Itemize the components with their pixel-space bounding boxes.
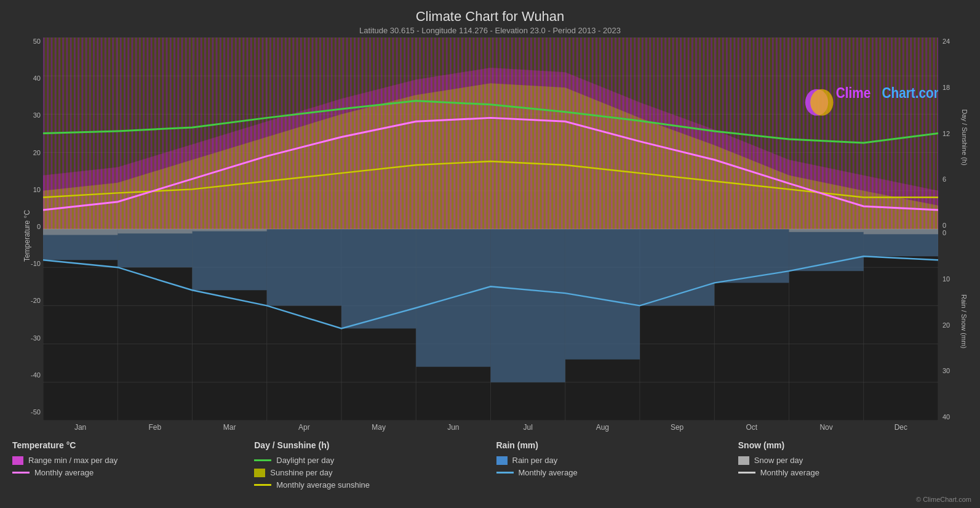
- svg-rect-32: [341, 229, 416, 328]
- month-dec: Dec: [864, 423, 938, 434]
- rain-swatch: [496, 456, 508, 465]
- sunshine-swatch: [254, 469, 265, 477]
- snow-avg-line: [738, 472, 755, 474]
- y-axis-left-label: Temperature °C: [23, 210, 31, 262]
- daylight-line: [254, 459, 271, 461]
- month-may: May: [341, 423, 416, 434]
- legend-rain-title: Rain (mm): [496, 440, 726, 450]
- month-apr: Apr: [267, 423, 341, 434]
- chart-subtitle: Latitude 30.615 - Longitude 114.276 - El…: [0, 26, 980, 35]
- svg-rect-40: [43, 229, 118, 235]
- temp-avg-line: [12, 472, 30, 474]
- month-aug: Aug: [565, 423, 640, 434]
- svg-text:Clime: Clime: [836, 85, 871, 102]
- legend-temp-title: Temperature °C: [12, 440, 242, 450]
- month-nov: Nov: [789, 423, 864, 434]
- legend-daylight: Daylight per day: [254, 456, 484, 465]
- month-jul: Jul: [491, 423, 565, 434]
- svg-rect-35: [565, 229, 640, 360]
- legend-sunshine-swatch: Sunshine per day: [254, 468, 484, 477]
- x-axis: Jan Feb Mar Apr May Jun Jul Aug Sep Oct …: [43, 421, 938, 434]
- legend-sunshine-title: Day / Sunshine (h): [254, 440, 484, 450]
- temp-range-swatch: [12, 456, 23, 465]
- legend-sunshine-avg: Monthly average sunshine: [254, 480, 484, 490]
- svg-rect-38: [789, 229, 864, 271]
- svg-rect-30: [192, 229, 266, 290]
- copyright: © ClimeChart.com: [916, 496, 971, 503]
- legend: Temperature °C Range min / max per day M…: [0, 434, 980, 508]
- legend-temp-avg: Monthly average: [12, 468, 242, 477]
- month-oct: Oct: [714, 423, 789, 434]
- legend-snow-avg: Monthly average: [738, 468, 968, 477]
- svg-rect-31: [267, 229, 341, 305]
- svg-rect-34: [491, 229, 565, 382]
- chart-header: Climate Chart for Wuhan Latitude 30.615 …: [0, 0, 980, 38]
- snow-swatch: [738, 456, 749, 465]
- legend-sunshine: Day / Sunshine (h) Daylight per day Suns…: [248, 440, 490, 508]
- legend-temperature: Temperature °C Range min / max per day M…: [6, 440, 248, 508]
- legend-rain-avg-label: Monthly average: [519, 468, 578, 477]
- legend-snow-per-day-label: Snow per day: [754, 456, 803, 465]
- month-jan: Jan: [43, 423, 118, 434]
- svg-point-50: [810, 89, 833, 116]
- svg-rect-37: [714, 229, 789, 283]
- chart-title: Climate Chart for Wuhan: [0, 9, 980, 25]
- svg-rect-41: [118, 229, 192, 233]
- svg-rect-48: [43, 38, 938, 229]
- month-feb: Feb: [118, 423, 192, 434]
- main-chart-svg: Clime Chart.com Clime Chart.com: [43, 38, 938, 421]
- legend-rain: Rain (mm) Rain per day Monthly average: [490, 440, 732, 508]
- legend-temp-avg-label: Monthly average: [34, 468, 94, 477]
- svg-rect-42: [192, 229, 266, 232]
- svg-text:Chart.com: Chart.com: [882, 85, 938, 102]
- legend-snow-title: Snow (mm): [738, 440, 968, 450]
- svg-rect-44: [864, 229, 938, 234]
- legend-rain-swatch: Rain per day: [496, 456, 726, 465]
- rain-avg-line: [496, 472, 514, 474]
- page-container: Climate Chart for Wuhan Latitude 30.615 …: [0, 0, 980, 508]
- month-sep: Sep: [640, 423, 714, 434]
- legend-snow-avg-label: Monthly average: [760, 468, 819, 477]
- legend-rain-avg: Monthly average: [496, 468, 726, 477]
- legend-temp-range: Range min / max per day: [12, 456, 242, 465]
- month-mar: Mar: [193, 423, 267, 434]
- svg-rect-43: [789, 229, 864, 232]
- sunshine-avg-line: [254, 484, 271, 486]
- svg-rect-29: [118, 229, 192, 267]
- legend-snow-swatch: Snow per day: [738, 456, 968, 465]
- month-jun: Jun: [416, 423, 490, 434]
